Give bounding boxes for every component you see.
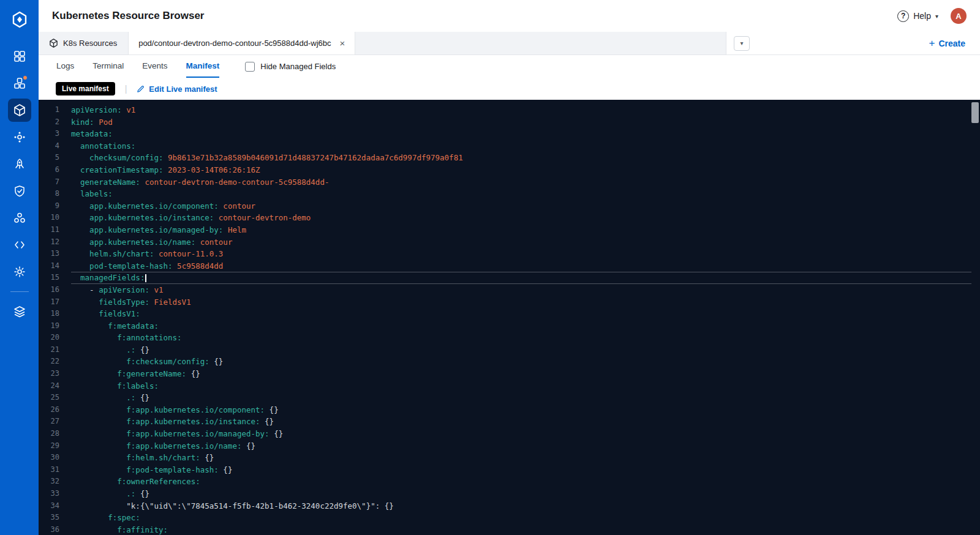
tab-logs[interactable]: Logs (56, 55, 74, 78)
stack-icon (13, 305, 26, 318)
line-code: f:spec: (71, 512, 980, 524)
line-code: f:checksum/config: {} (71, 356, 980, 368)
code-line[interactable]: 4 annotations: (39, 140, 980, 152)
code-line[interactable]: 35 f:spec: (39, 512, 980, 524)
code-line[interactable]: 26 f:app.kubernetes.io/component: {} (39, 404, 980, 416)
line-number: 32 (39, 476, 59, 488)
code-line[interactable]: 27 f:app.kubernetes.io/instance: {} (39, 416, 980, 428)
sidebar-item-resource-browser[interactable] (8, 99, 31, 122)
tab-events[interactable]: Events (142, 55, 167, 78)
code-line[interactable]: 11 app.kubernetes.io/managed-by: Helm (39, 224, 980, 236)
line-code: f:labels: (71, 380, 980, 392)
code-line[interactable]: 33 .: {} (39, 488, 980, 500)
sidebar-item-resource-watcher[interactable] (8, 125, 31, 149)
code-line[interactable]: 36 f:affinity: (39, 524, 980, 535)
code-line[interactable]: 20 f:annotations: (39, 332, 980, 344)
sidebar-item-global-config[interactable] (8, 260, 31, 283)
code-line[interactable]: 24 f:labels: (39, 380, 980, 392)
sidebar-item-clusters[interactable] (8, 206, 31, 230)
code-line[interactable]: 34 "k:{\"uid\":\"7845a514-f5fb-42b1-b462… (39, 500, 980, 512)
line-number: 27 (39, 416, 59, 428)
code-line[interactable]: 25 .: {} (39, 392, 980, 404)
code-line[interactable]: 2kind: Pod (39, 116, 980, 129)
line-number: 11 (39, 224, 59, 236)
code-line[interactable]: 30 f:helm.sh/chart: {} (39, 452, 980, 464)
sidebar-item-api[interactable] (8, 233, 31, 256)
edit-live-manifest-label: Edit Live manifest (149, 84, 217, 94)
code-line[interactable]: 8 labels: (39, 188, 980, 200)
line-code: f:app.kubernetes.io/managed-by: {} (71, 428, 980, 440)
line-code: checksum/config: 9b8613e71b32a8589b04609… (71, 152, 980, 164)
avatar[interactable]: A (951, 8, 967, 24)
devtron-logo[interactable] (10, 10, 29, 29)
sidebar-item-security[interactable] (8, 179, 31, 203)
sidebar (0, 0, 39, 535)
line-number: 23 (39, 368, 59, 380)
line-number: 36 (39, 524, 59, 535)
code-line[interactable]: 29 f:app.kubernetes.io/name: {} (39, 440, 980, 452)
code-line[interactable]: 14 pod-template-hash: 5c9588d4dd (39, 260, 980, 272)
line-number: 12 (39, 236, 59, 249)
code-line[interactable]: 10 app.kubernetes.io/instance: contour-d… (39, 212, 980, 224)
help-label: Help (913, 11, 931, 21)
sidebar-item-stack-manager[interactable] (8, 300, 31, 323)
code-line[interactable]: 23 f:generateName: {} (39, 368, 980, 380)
line-number: 34 (39, 500, 59, 512)
editor-scrollbar-thumb[interactable] (971, 102, 979, 123)
line-code: f:helm.sh/chart: {} (71, 452, 980, 464)
line-code: f:metadata: (71, 320, 980, 332)
code-line[interactable]: 17 fieldsType: FieldsV1 (39, 296, 980, 309)
code-line[interactable]: 16 - apiVersion: v1 (39, 284, 980, 296)
code-line[interactable]: 32 f:ownerReferences: (39, 476, 980, 488)
code-line[interactable]: 21 .: {} (39, 344, 980, 356)
line-number: 14 (39, 260, 59, 272)
line-code: fieldsV1: (71, 308, 980, 320)
code-line[interactable]: 31 f:pod-template-hash: {} (39, 464, 980, 476)
hide-managed-fields-label: Hide Managed Fields (260, 62, 336, 71)
line-number: 25 (39, 392, 59, 404)
tab-pod-label: pod/contour-devtron-demo-contour-5c9588d… (138, 39, 331, 48)
help-menu[interactable]: ? Help ▾ (897, 10, 938, 22)
apps-grid-icon (13, 50, 26, 62)
tab-pod[interactable]: pod/contour-devtron-demo-contour-5c9588d… (128, 32, 355, 54)
sidebar-item-deploy[interactable] (8, 152, 31, 176)
code-line[interactable]: 28 f:app.kubernetes.io/managed-by: {} (39, 428, 980, 440)
code-line[interactable]: 12 app.kubernetes.io/name: contour (39, 236, 980, 249)
tab-k8s-resources-label: K8s Resources (63, 39, 117, 48)
line-number: 33 (39, 488, 59, 500)
code-line[interactable]: 9 app.kubernetes.io/component: contour (39, 200, 980, 212)
chevron-down-icon: ▾ (740, 40, 743, 47)
create-button-label: Create (938, 39, 965, 48)
plus-icon: + (929, 38, 935, 48)
line-code: f:annotations: (71, 332, 980, 344)
line-number: 18 (39, 308, 59, 320)
sidebar-item-applications[interactable] (8, 45, 31, 68)
tab-manifest[interactable]: Manifest (186, 55, 220, 78)
code-line[interactable]: 1apiVersion: v1 (39, 104, 980, 116)
code-line[interactable]: 15 managedFields: (39, 272, 980, 284)
sidebar-divider (10, 291, 29, 292)
manifest-editor[interactable]: 1apiVersion: v12kind: Pod3metadata:4 ann… (39, 100, 980, 535)
line-number: 4 (39, 140, 59, 152)
line-code: app.kubernetes.io/managed-by: Helm (71, 224, 980, 236)
code-line[interactable]: 6 creationTimestamp: 2023-03-14T06:26:16… (39, 164, 980, 176)
tab-terminal[interactable]: Terminal (92, 55, 124, 78)
code-line[interactable]: 18 fieldsV1: (39, 308, 980, 320)
create-button[interactable]: + Create (929, 38, 965, 48)
code-line[interactable]: 3metadata: (39, 128, 980, 140)
code-line[interactable]: 7 generateName: contour-devtron-demo-con… (39, 176, 980, 189)
tab-k8s-resources[interactable]: K8s Resources (39, 32, 128, 54)
edit-live-manifest-link[interactable]: Edit Live manifest (137, 84, 217, 94)
code-line[interactable]: 22 f:checksum/config: {} (39, 356, 980, 368)
tab-list-dropdown-button[interactable]: ▾ (734, 36, 750, 51)
code-line[interactable]: 5 checksum/config: 9b8613e71b32a8589b046… (39, 152, 980, 164)
line-number: 16 (39, 284, 59, 296)
pencil-icon (137, 85, 145, 93)
code-line[interactable]: 13 helm.sh/chart: contour-11.0.3 (39, 248, 980, 260)
sidebar-item-jobs[interactable] (8, 72, 31, 95)
line-code: managedFields: (71, 272, 980, 284)
line-number: 28 (39, 428, 59, 440)
code-line[interactable]: 19 f:metadata: (39, 320, 980, 332)
hide-managed-fields-checkbox[interactable] (245, 62, 255, 72)
close-icon[interactable]: × (340, 39, 345, 48)
